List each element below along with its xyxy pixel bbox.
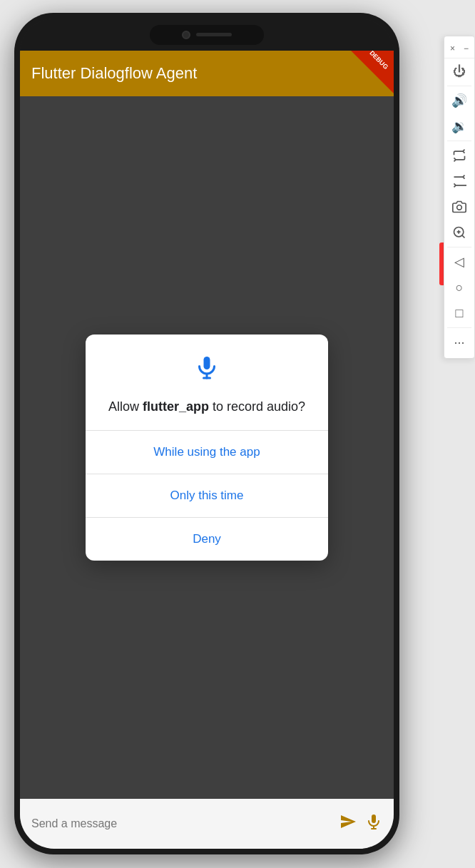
screenshot-button[interactable] (446, 194, 472, 220)
phone-inner: Flutter Dialogflow Agent DEBUG (20, 19, 394, 849)
svg-point-6 (457, 205, 462, 210)
toolbar-divider-2 (447, 141, 471, 141)
bottom-bar (20, 799, 394, 849)
volume-up-button[interactable]: 🔊 (446, 88, 472, 113)
dialog-message: Allow flutter_app to record audio? (108, 398, 305, 416)
debug-badge: DEBUG (351, 51, 394, 93)
dialog-message-suffix: to record audio? (209, 399, 305, 414)
app-bar-title: Flutter Dialogflow Agent (31, 64, 197, 83)
mic-button[interactable] (365, 813, 382, 834)
close-button[interactable]: × (449, 42, 456, 55)
toolbar-divider-1 (447, 86, 471, 86)
dialog-app-name: flutter_app (143, 399, 209, 414)
main-content: Allow flutter_app to record audio? While… (20, 96, 394, 799)
deny-button[interactable]: Deny (86, 518, 328, 561)
side-toolbar: × − ⏻ 🔊 🔉 ◁ ○ □ ··· (444, 36, 475, 359)
while-using-button[interactable]: While using the app (86, 431, 328, 474)
zoom-button[interactable] (446, 220, 472, 245)
message-input[interactable] (31, 817, 331, 830)
toolbar-divider-3 (447, 247, 471, 247)
send-button[interactable] (339, 813, 357, 834)
toolbar-divider-4 (447, 327, 471, 328)
microphone-icon (194, 354, 220, 387)
app-bar: Flutter Dialogflow Agent DEBUG (20, 51, 394, 96)
more-button[interactable]: ··· (446, 330, 472, 355)
status-bar (20, 19, 394, 51)
speaker-slot (196, 33, 232, 36)
debug-label: DEBUG (369, 51, 390, 71)
toolbar-controls: × − (444, 39, 474, 58)
camera-notch (150, 25, 264, 45)
rotate-button[interactable] (446, 143, 472, 168)
only-this-time-button[interactable]: Only this time (86, 474, 328, 517)
phone-frame: Flutter Dialogflow Agent DEBUG (14, 13, 399, 854)
dialog-message-prefix: Allow (108, 399, 143, 414)
home-button[interactable]: ○ (446, 275, 472, 300)
dialog-header: Allow flutter_app to record audio? (86, 335, 328, 430)
recents-button[interactable]: □ (446, 300, 472, 326)
power-button[interactable]: ⏻ (446, 58, 472, 84)
dialog-overlay: Allow flutter_app to record audio? While… (20, 96, 394, 799)
svg-rect-0 (204, 357, 210, 369)
flip-button[interactable] (446, 168, 472, 194)
svg-rect-3 (372, 815, 376, 823)
screen: Flutter Dialogflow Agent DEBUG (20, 51, 394, 849)
minimize-button[interactable]: − (462, 42, 470, 55)
back-button[interactable]: ◁ (446, 249, 472, 275)
volume-down-button[interactable]: 🔉 (446, 113, 472, 139)
permission-dialog: Allow flutter_app to record audio? While… (86, 335, 328, 561)
camera-dot (182, 31, 190, 39)
